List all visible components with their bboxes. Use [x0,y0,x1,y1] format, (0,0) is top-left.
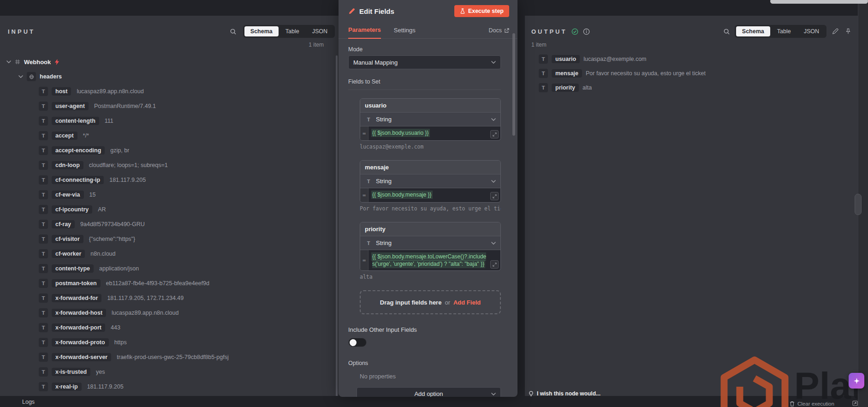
search-icon[interactable] [723,28,730,35]
schema-field-row[interactable]: x-real-ip 181.117.9.205 [0,379,336,394]
field-key[interactable]: accept-encoding [52,146,105,155]
expand-expression-button[interactable] [490,130,499,138]
schema-field-row[interactable]: cf-visitor {"scheme":"https"} [0,232,336,246]
expression-code[interactable]: {{ $json.body.usuario }} [369,126,500,140]
tab-json[interactable]: JSON [306,26,333,36]
field-key[interactable]: cdn-loop [52,161,83,169]
field-key[interactable]: cf-visitor [52,235,83,243]
expression-input[interactable]: {{ $json.body.mensaje }} [360,188,500,202]
drag-drop-area[interactable]: Drag input fields here or Add Field [360,290,501,314]
chevron-down-icon[interactable] [6,60,11,63]
field-key[interactable]: user-agent [52,102,89,110]
node-panel-scrollbar[interactable] [512,33,515,136]
schema-group-params[interactable]: params [0,394,336,396]
schema-field-row[interactable]: accept-encoding gzip, br [0,143,336,158]
schema-field-row[interactable]: content-length 111 [0,114,336,128]
field-key[interactable]: x-forwarded-port [52,323,105,332]
search-icon[interactable] [230,28,237,35]
output-field-row[interactable]: usuario lucaspaz@exemple.com [525,52,868,66]
tab-settings[interactable]: Settings [394,27,416,38]
field-type-select[interactable]: String [360,113,500,126]
schema-field-row[interactable]: x-forwarded-port 443 [0,320,336,335]
field-key[interactable]: x-is-trusted [52,368,90,376]
input-item-count: 1 item [309,42,324,48]
add-field-button[interactable]: Add Field [453,299,481,306]
field-key[interactable]: cf-ew-via [52,191,84,199]
field-key[interactable]: host [52,87,71,96]
schema-group-headers[interactable]: headers [0,69,336,84]
expand-expression-button[interactable] [490,192,499,200]
schema-field-row[interactable]: cf-ew-via 15 [0,187,336,202]
output-field-row[interactable]: priority alta [525,80,868,95]
side-panel-tab[interactable] [855,194,862,215]
field-key[interactable]: cf-ray [52,220,75,228]
tab-schema[interactable]: Schema [244,26,279,36]
open-logs-icon[interactable] [852,401,858,406]
clear-execution-button[interactable]: Clear execution [790,401,834,407]
schema-field-row[interactable]: x-is-trusted yes [0,365,336,379]
expression-input[interactable]: {{ $json.body.usuario }} [360,126,500,140]
field-key[interactable]: accept [52,132,77,140]
field-key[interactable]: x-forwarded-for [52,294,101,302]
schema-field-row[interactable]: x-forwarded-proto https [0,335,336,350]
field-key[interactable]: mensaje [552,69,582,78]
include-other-toggle[interactable] [348,338,367,347]
field-name-input[interactable]: priority [360,222,500,236]
pin-data-icon[interactable] [844,27,852,36]
field-key[interactable]: content-length [52,117,99,125]
expand-expression-button[interactable] [490,260,499,269]
expression-code[interactable]: {{ $json.body.mensaje }} [369,188,500,202]
output-field-row[interactable]: mensaje Por favor necesito su ayuda, est… [525,66,868,80]
schema-field-row[interactable]: postman-token eb112a87-fb4e-4f93-b725-bf… [0,276,336,291]
schema-field-row[interactable]: accept */* [0,128,336,143]
tab-table[interactable]: Table [771,26,797,36]
field-key[interactable]: postman-token [52,279,101,287]
ai-assistant-button[interactable] [849,373,864,389]
node-feedback-link[interactable]: I wish this node would... [529,390,600,397]
schema-field-row[interactable]: content-type application/json [0,261,336,276]
input-scrollbar[interactable] [336,55,338,396]
tab-json[interactable]: JSON [798,26,825,36]
field-key[interactable]: usuario [552,55,580,63]
input-panel-header: INPUT Schema Table JSON [0,16,339,42]
schema-field-row[interactable]: x-forwarded-for 181.117.9.205, 172.71.23… [0,291,336,305]
docs-link[interactable]: Docs [489,27,509,38]
field-key[interactable]: content-type [52,264,94,273]
info-icon[interactable] [583,28,590,35]
expression-input[interactable]: {{ $json.body.mensaje.toLowerCase()?.inc… [360,250,500,270]
schema-field-row[interactable]: x-forwarded-host lucaspaz89.app.n8n.clou… [0,305,336,320]
field-name-input[interactable]: mensaje [360,161,500,174]
field-key[interactable]: x-forwarded-server [52,353,111,361]
tab-parameters[interactable]: Parameters [348,26,381,39]
field-key[interactable]: x-forwarded-proto [52,338,109,347]
output-panel: OUTPUT Schema Table JSON 1 item usuario [525,16,868,396]
schema-field-row[interactable]: x-forwarded-server traefik-prod-users-gw… [0,350,336,365]
schema-node-webhook[interactable]: Webhook [0,54,336,69]
field-type-select[interactable]: String [360,236,500,250]
field-key[interactable]: cf-connecting-ip [52,176,104,184]
add-option-select[interactable]: Add option [357,387,501,397]
schema-field-row[interactable]: user-agent PostmanRuntime/7.49.1 [0,99,336,114]
tab-schema[interactable]: Schema [736,26,770,36]
field-key[interactable]: x-real-ip [52,383,82,391]
schema-field-row[interactable]: cdn-loop cloudflare; loops=1; subreqs=1 [0,158,336,173]
field-key[interactable]: priority [552,84,579,92]
execute-step-button[interactable]: Execute step [454,5,509,17]
edit-output-icon[interactable] [831,27,839,36]
field-type-select[interactable]: String [360,174,500,188]
schema-field-row[interactable]: cf-connecting-ip 181.117.9.205 [0,173,336,187]
tab-table[interactable]: Table [279,26,305,36]
fields-to-set-label: Fields to Set [348,78,501,85]
expression-code[interactable]: {{ $json.body.mensaje.toLowerCase()?.inc… [369,250,500,270]
field-key[interactable]: x-forwarded-host [52,309,106,317]
mode-select[interactable]: Manual Mapping [348,55,501,69]
logs-panel-label[interactable]: Logs [22,399,35,405]
schema-field-row[interactable]: host lucaspaz89.app.n8n.cloud [0,84,336,99]
schema-field-row[interactable]: cf-ray 9a4d8f579734b490-GRU [0,217,336,232]
schema-field-row[interactable]: cf-worker n8n.cloud [0,246,336,261]
chevron-down-icon[interactable] [18,75,23,78]
field-name-input[interactable]: usuario [360,99,500,113]
field-key[interactable]: cf-ipcountry [52,205,92,214]
schema-field-row[interactable]: cf-ipcountry AR [0,202,336,217]
field-key[interactable]: cf-worker [52,250,85,258]
